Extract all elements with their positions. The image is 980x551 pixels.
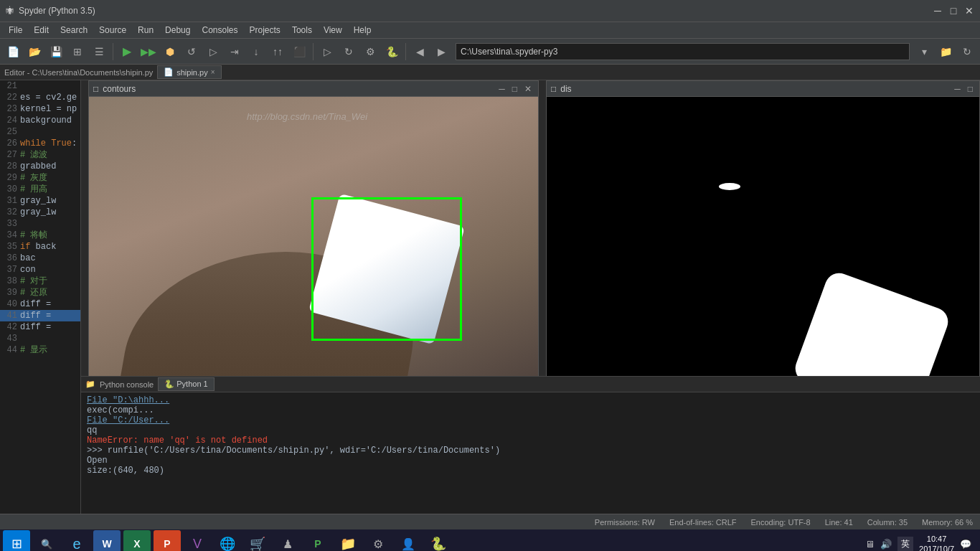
dis-maximize-button[interactable]: □ (966, 84, 975, 94)
step-out-button[interactable]: ↑↑ (268, 42, 288, 62)
close-tab-button[interactable]: × (211, 68, 215, 76)
taskbar-ppt[interactable]: P (154, 530, 181, 551)
code-line-37: 37 con (0, 264, 80, 276)
taskbar-explorer[interactable]: 📁 (334, 530, 362, 551)
menu-tools[interactable]: Tools (286, 24, 318, 37)
back-nav-button[interactable]: ◀ (410, 42, 430, 62)
dis-minimize-button[interactable]: ─ (952, 84, 963, 94)
code-line-38: 38 # 对于 (0, 276, 80, 287)
start-button[interactable]: ⊞ (3, 530, 30, 551)
taskbar-search[interactable]: 🔍 (33, 530, 60, 551)
step-button[interactable]: ↺ (182, 42, 202, 62)
contours-minimize-button[interactable]: ─ (496, 84, 507, 94)
step-into-button[interactable]: ↓ (246, 42, 266, 62)
maximize-button[interactable]: □ (948, 6, 958, 16)
console-link-2[interactable]: File "C:/User... (87, 415, 169, 425)
tray-lang-button[interactable]: 英 (897, 537, 913, 552)
bounding-box (311, 197, 462, 341)
console-output[interactable]: File "D:\ahhh... exec(compi... File "C:/… (81, 392, 980, 514)
next-button[interactable]: ⇥ (225, 42, 245, 62)
tray-volume-icon[interactable]: 🔊 (880, 539, 892, 550)
toolbar-sep-2 (313, 43, 314, 60)
settings-button[interactable]: ⚙ (360, 42, 380, 62)
tray-network-icon[interactable]: 🖥 (865, 539, 875, 550)
menu-search[interactable]: Search (55, 24, 93, 37)
stop-button[interactable]: ⬛ (289, 42, 309, 62)
browse-button[interactable]: 📁 (936, 42, 956, 62)
menu-run[interactable]: Run (132, 24, 159, 37)
console-line-7: Open (87, 456, 974, 466)
taskbar-chrome[interactable]: 🌐 (214, 530, 241, 551)
code-line-30: 30 # 用高 (0, 184, 80, 195)
app-title: 🕷 Spyder (Python 3.5) (6, 6, 95, 16)
code-line-29: 29 # 灰度 (0, 172, 80, 184)
tray-notification-icon[interactable]: 💬 (960, 539, 971, 550)
title-text: Spyder (Python 3.5) (19, 6, 95, 16)
code-line-39: 39 # 还原 (0, 287, 80, 298)
close-button[interactable]: ✕ (964, 6, 974, 16)
save-all-button[interactable]: ⊞ (67, 42, 88, 62)
run-button[interactable]: ▶ (117, 42, 137, 62)
menu-projects[interactable]: Projects (244, 24, 286, 37)
code-line-22: 22 es = cv2.ge (0, 92, 80, 103)
minimize-button[interactable]: ─ (933, 6, 943, 16)
console-link-1[interactable]: File "D:\ahhh... (87, 395, 169, 405)
menu-help[interactable]: Help (348, 24, 377, 37)
new-file-button[interactable]: 📄 (3, 42, 23, 62)
taskbar-python[interactable]: 🐍 (425, 530, 452, 551)
taskbar-edge[interactable]: e (63, 530, 90, 551)
taskbar-steam[interactable]: ♟ (274, 530, 301, 551)
code-editor[interactable]: 21 22 es = cv2.ge 23 kernel = np 24 back… (0, 80, 81, 514)
toolbar-sep-1 (113, 43, 113, 60)
continue-button[interactable]: ▷ (203, 42, 223, 62)
dis-title: □ dis (551, 84, 572, 94)
toolbar: 📄 📂 💾 ⊞ ☰ ▶ ▶▶ ⬢ ↺ ▷ ⇥ ↓ ↑↑ ⬛ ▷ ↻ ⚙ 🐍 ◀ … (0, 39, 980, 65)
path-dropdown-button[interactable]: ▾ (914, 42, 934, 62)
console-line-5: NameError: name 'qq' is not defined (87, 435, 974, 446)
code-line-35: 35 if back (0, 241, 80, 253)
editor-tab-shipin[interactable]: 📄 shipin.py × (157, 65, 221, 79)
contours-close-button[interactable]: ✕ (522, 84, 534, 94)
menu-view[interactable]: View (318, 24, 348, 37)
menu-source[interactable]: Source (93, 24, 132, 37)
menu-consoles[interactable]: Consoles (196, 24, 243, 37)
taskbar-word[interactable]: W (93, 530, 121, 551)
print-button[interactable]: ☰ (89, 42, 109, 62)
console-tab-python1[interactable]: 🐍 Python 1 (158, 377, 214, 391)
editor-bar: Editor - C:\Users\tina\Documents\shipin.… (0, 65, 980, 80)
taskbar-store[interactable]: 🛒 (244, 530, 271, 551)
dis-controls: ─ □ (952, 84, 975, 94)
code-line-21: 21 (0, 80, 80, 92)
console-exec: exec(compi... (87, 405, 154, 415)
code-line-28: 28 grabbed (0, 161, 80, 172)
menu-edit[interactable]: Edit (28, 24, 55, 37)
taskbar-user[interactable]: 👤 (395, 530, 422, 551)
taskbar-pycharm[interactable]: P (304, 530, 331, 551)
run-file-button[interactable]: ▶▶ (138, 42, 159, 62)
console-line-4: qq (87, 425, 974, 435)
run-cell-button[interactable]: ▷ (317, 42, 337, 62)
taskbar-excel[interactable]: X (123, 530, 151, 551)
forward-nav-button[interactable]: ▶ (431, 42, 451, 62)
run-cell-advance-button[interactable]: ↻ (339, 42, 359, 62)
file-icon: 📄 (164, 67, 174, 77)
contours-icon: □ (93, 84, 98, 94)
open-file-button[interactable]: 📂 (24, 42, 44, 62)
refresh-button[interactable]: ↻ (957, 42, 977, 62)
code-line-27: 27 # 滤波 (0, 149, 80, 161)
console-line-3: File "C:/User... (87, 415, 974, 425)
save-button[interactable]: 💾 (46, 42, 66, 62)
app-icon: 🕷 (6, 6, 14, 16)
taskbar-vs[interactable]: V (184, 530, 211, 551)
tray-clock[interactable]: 10:47 2017/10/7 (919, 534, 954, 551)
contours-maximize-button[interactable]: □ (510, 84, 519, 94)
code-line-26: 26 while True: (0, 138, 80, 149)
menu-file[interactable]: File (3, 24, 28, 37)
debug-button[interactable]: ⬢ (160, 42, 180, 62)
contours-controls: ─ □ ✕ (496, 84, 534, 94)
taskbar-settings[interactable]: ⚙ (364, 530, 392, 551)
menu-debug[interactable]: Debug (159, 24, 196, 37)
python-button[interactable]: 🐍 (382, 42, 402, 62)
taskbar: ⊞ 🔍 e W X P V 🌐 🛒 ♟ P 📁 ⚙ 👤 🐍 🖥 🔊 英 10:4… (0, 529, 980, 551)
console-tab-label: Python 1 (176, 380, 207, 388)
